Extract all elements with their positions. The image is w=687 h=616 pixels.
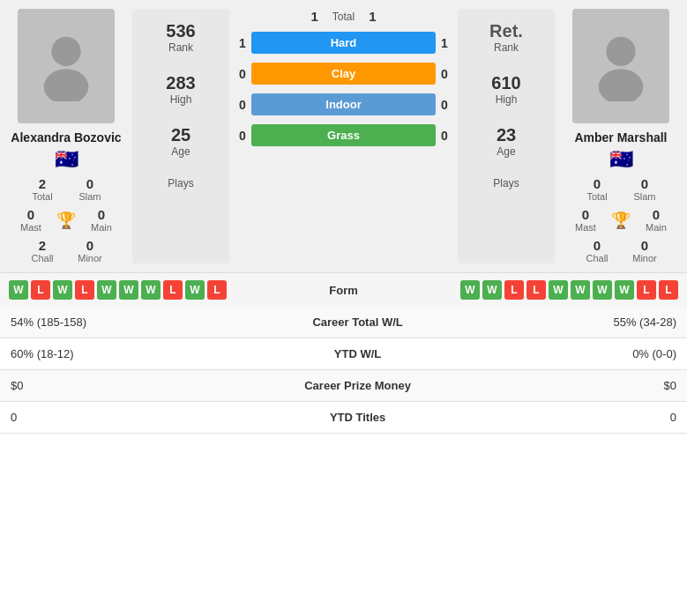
form-badge-right: W	[593, 280, 612, 300]
svg-point-3	[599, 69, 644, 101]
surface-badge: Grass	[251, 124, 436, 146]
stats-left-val: 54% (185-158)	[0, 307, 216, 338]
surface-row-clay: 0 Clay 0	[234, 61, 453, 86]
surface-row-indoor: 0 Indoor 0	[234, 92, 453, 117]
stats-label: YTD W/L	[216, 338, 500, 370]
left-total-score: 1	[310, 9, 317, 24]
surface-right-score: 0	[436, 98, 453, 112]
right-trophy-icon: 🏆	[611, 211, 631, 230]
stats-label: Career Total W/L	[216, 307, 500, 338]
stats-left-val: $0	[0, 370, 216, 402]
stats-right-val: $0	[499, 370, 687, 402]
form-badge-right: L	[659, 280, 678, 300]
right-player-card: Amber Marshall 🇦🇺 0 Total 0 Slam 0 Mast	[559, 9, 683, 263]
left-player-name: Alexandra Bozovic	[11, 130, 121, 145]
right-stats-column: Ret. Rank 610 High 23 Age Plays	[458, 9, 555, 263]
surface-badge: Hard	[251, 32, 436, 54]
main-container: Alexandra Bozovic 🇦🇺 2 Total 0 Slam 0 Ma…	[0, 0, 687, 434]
right-age-box: 23 Age	[461, 116, 551, 167]
left-chall-minor-stats: 2 Chall 0 Minor	[4, 238, 128, 263]
right-player-name: Amber Marshall	[574, 130, 667, 145]
surface-row-grass: 0 Grass 0	[234, 122, 453, 148]
total-header: 1 Total 1	[310, 9, 376, 24]
left-player-avatar	[18, 9, 115, 123]
form-badge-left: W	[97, 280, 116, 300]
center-column: 1 Total 1 1 Hard 1 0 Clay 0 0 Indoor 0 0…	[234, 9, 453, 263]
form-badge-right: W	[549, 280, 568, 300]
surface-left-score: 0	[234, 67, 251, 81]
left-plays-box: Plays	[136, 168, 226, 198]
surface-badge: Indoor	[251, 93, 436, 115]
form-badge-right: L	[526, 280, 546, 300]
svg-point-1	[44, 69, 89, 101]
left-minor-stat: 0 Minor	[68, 238, 112, 263]
stats-right-val: 0	[499, 402, 687, 434]
right-chall-minor-stats: 0 Chall 0 Minor	[559, 238, 683, 263]
left-rank-box: 536 Rank	[136, 12, 226, 63]
svg-point-0	[51, 37, 80, 66]
stats-label: Career Prize Money	[216, 370, 500, 402]
right-trophy-row: 🏆	[611, 207, 631, 233]
left-age-box: 25 Age	[136, 116, 226, 167]
right-total-stat: 0 Total	[575, 176, 619, 202]
left-player-card: Alexandra Bozovic 🇦🇺 2 Total 0 Slam 0 Ma…	[4, 9, 128, 263]
surface-left-score: 1	[234, 36, 251, 50]
table-row: 0 YTD Titles 0	[0, 402, 687, 434]
left-high-box: 283 High	[136, 64, 226, 115]
table-row: $0 Career Prize Money $0	[0, 370, 687, 402]
left-trophy-icon: 🏆	[56, 211, 76, 230]
stats-left-val: 60% (18-12)	[0, 338, 216, 370]
surfaces-container: 1 Hard 1 0 Clay 0 0 Indoor 0 0 Grass 0	[234, 30, 453, 148]
surface-badge: Clay	[251, 63, 436, 85]
right-main-stat: 0 Main	[634, 207, 678, 233]
form-badge-right: W	[482, 280, 502, 300]
surface-right-score: 1	[436, 36, 453, 50]
form-badge-left: W	[141, 280, 161, 300]
form-badge-right: L	[504, 280, 524, 300]
form-badge-left: L	[31, 280, 50, 300]
right-minor-stat: 0 Minor	[623, 238, 667, 263]
right-chall-stat: 0 Chall	[575, 238, 619, 263]
surface-right-score: 0	[436, 67, 453, 81]
surface-left-score: 0	[234, 129, 251, 143]
right-plays-box: Plays	[461, 168, 551, 198]
stats-right-val: 55% (34-28)	[499, 307, 687, 338]
right-slam-stat: 0 Slam	[623, 176, 667, 202]
right-rank-box: Ret. Rank	[461, 12, 551, 63]
form-badge-right: L	[637, 280, 656, 300]
table-row: 54% (185-158) Career Total W/L 55% (34-2…	[0, 307, 687, 338]
right-player-stats: 0 Total 0 Slam	[559, 176, 683, 202]
left-total-stat: 2 Total	[20, 176, 64, 202]
bottom-section: WLWLWWWLWL Form WWLLWWWWLL 54% (185-158)…	[0, 272, 687, 434]
surface-left-score: 0	[234, 98, 251, 112]
left-trophy-row: 🏆	[56, 207, 76, 233]
surface-row-hard: 1 Hard 1	[234, 30, 453, 56]
table-row: 60% (18-12) YTD W/L 0% (0-0)	[0, 338, 687, 370]
form-badge-left: L	[207, 280, 227, 300]
form-badge-left: W	[53, 280, 72, 300]
right-player-avatar	[572, 9, 669, 123]
form-badge-left: L	[163, 280, 183, 300]
form-badge-right: W	[571, 280, 590, 300]
player-comparison: Alexandra Bozovic 🇦🇺 2 Total 0 Slam 0 Ma…	[0, 0, 687, 272]
form-badge-right: W	[615, 280, 634, 300]
left-player-stats: 2 Total 0 Slam	[4, 176, 128, 202]
right-mast-main-stats: 0 Mast 🏆 0 Main	[559, 207, 683, 233]
right-mast-stat: 0 Mast	[564, 207, 608, 233]
left-chall-stat: 2 Chall	[20, 238, 64, 263]
stats-table: 54% (185-158) Career Total W/L 55% (34-2…	[0, 307, 687, 434]
left-slam-stat: 0 Slam	[68, 176, 112, 202]
form-badge-right: W	[460, 280, 480, 300]
right-form-badges: WWLLWWWWLL	[397, 280, 679, 300]
form-badge-left: W	[119, 280, 138, 300]
left-form-badges: WLWLWWWLWL	[9, 280, 291, 300]
left-mast-stat: 0 Mast	[9, 207, 53, 233]
form-label: Form	[291, 284, 397, 297]
right-total-score: 1	[369, 9, 376, 24]
stats-tbody: 54% (185-158) Career Total W/L 55% (34-2…	[0, 307, 687, 434]
stats-label: YTD Titles	[216, 402, 500, 434]
surface-right-score: 0	[436, 129, 453, 143]
stats-right-val: 0% (0-0)	[499, 338, 687, 370]
stats-left-val: 0	[0, 402, 216, 434]
form-badge-left: L	[75, 280, 94, 300]
